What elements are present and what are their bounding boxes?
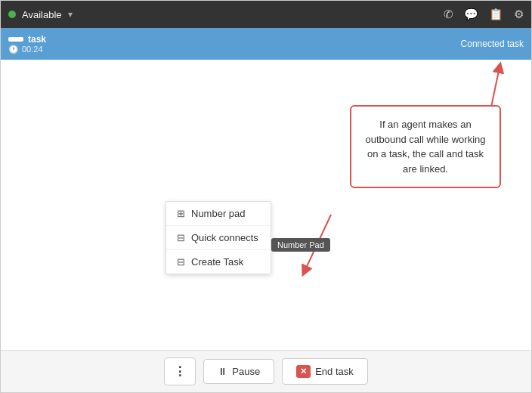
menu-item-create-task[interactable]: ⊟ Create Task bbox=[166, 250, 271, 274]
book-icon-task: ⊟ bbox=[177, 256, 185, 268]
gear-icon[interactable]: ⚙ bbox=[514, 8, 524, 21]
more-options-button[interactable]: ⋮ bbox=[164, 357, 196, 385]
menu-popup: ⊞ Number pad ⊟ Quick connects ⊟ Create T… bbox=[165, 201, 271, 274]
bottom-bar: ⋮ ⏸ Pause ✕ End task bbox=[1, 350, 531, 392]
task-timer: 🕐 00:24 bbox=[8, 45, 46, 54]
menu-item-number-pad[interactable]: ⊞ Number pad bbox=[166, 202, 271, 226]
menu-item-create-task-label: Create Task bbox=[191, 256, 243, 268]
chat-icon[interactable]: 💬 bbox=[464, 8, 478, 21]
menu-item-quick-connects[interactable]: ⊟ Quick connects bbox=[166, 226, 271, 250]
number-pad-tooltip: Number Pad bbox=[271, 238, 330, 252]
task-name: task bbox=[8, 34, 46, 45]
task-color-indicator bbox=[8, 37, 23, 42]
end-task-label: End task bbox=[315, 366, 354, 377]
main-content: If an agent makes an outbound call while… bbox=[1, 60, 531, 350]
pause-button[interactable]: ⏸ Pause bbox=[203, 359, 274, 384]
task-bar: task 🕐 00:24 Connected task bbox=[1, 28, 531, 60]
menu-item-number-pad-label: Number pad bbox=[191, 208, 246, 219]
document-icon[interactable]: 📋 bbox=[489, 8, 503, 21]
top-bar-icons: ✆ 💬 📋 ⚙ bbox=[444, 8, 524, 21]
task-bar-left: task 🕐 00:24 bbox=[8, 34, 46, 54]
chevron-down-icon[interactable]: ▾ bbox=[68, 9, 73, 20]
end-task-button[interactable]: ✕ End task bbox=[282, 358, 368, 385]
top-bar-left: Available ▾ bbox=[8, 9, 73, 20]
menu-item-quick-connects-label: Quick connects bbox=[191, 232, 258, 243]
pause-label: Pause bbox=[232, 366, 260, 377]
callout-box: If an agent makes an outbound call while… bbox=[350, 105, 501, 188]
status-label: Available bbox=[22, 9, 62, 20]
x-icon: ✕ bbox=[296, 365, 311, 378]
pause-icon: ⏸ bbox=[218, 366, 227, 377]
connected-task-label: Connected task bbox=[461, 39, 524, 49]
status-indicator bbox=[8, 11, 16, 18]
book-icon-quick: ⊟ bbox=[177, 232, 185, 243]
grid-icon: ⊞ bbox=[177, 208, 185, 219]
clock-icon: 🕐 bbox=[8, 45, 19, 54]
top-bar: Available ▾ ✆ 💬 📋 ⚙ bbox=[1, 1, 531, 28]
dots-icon: ⋮ bbox=[174, 364, 186, 379]
phone-icon[interactable]: ✆ bbox=[444, 8, 453, 21]
app-window: Available ▾ ✆ 💬 📋 ⚙ task 🕐 00:24 Connect… bbox=[0, 0, 532, 393]
callout-text: If an agent makes an outbound call while… bbox=[366, 119, 486, 175]
